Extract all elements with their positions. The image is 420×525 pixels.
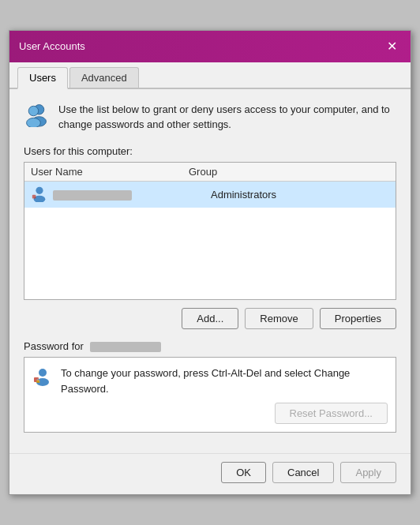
password-username-blur [90, 342, 161, 352]
info-text: Use the list below to grant or deny user… [58, 102, 396, 133]
close-button[interactable]: ✕ [382, 37, 401, 56]
reset-button-row: Reset Password... [61, 403, 388, 424]
row-username [53, 189, 211, 201]
username-blur [53, 190, 132, 201]
user-accounts-window: User Accounts ✕ Users Advanced Use the l… [9, 30, 411, 495]
password-description: To change your password, press Ctrl-Alt-… [61, 366, 388, 396]
column-header-group: Group [189, 166, 217, 178]
svg-point-7 [39, 369, 47, 377]
window-title: User Accounts [19, 40, 85, 52]
remove-button[interactable]: Remove [245, 308, 313, 329]
row-group: Administrators [211, 189, 276, 201]
svg-point-2 [28, 106, 38, 115]
users-section-label: Users for this computer: [24, 145, 396, 157]
users-icon [24, 102, 49, 129]
tab-advanced[interactable]: Advanced [69, 67, 139, 88]
svg-point-3 [27, 118, 41, 127]
svg-rect-6 [32, 195, 36, 199]
reset-password-button[interactable]: Reset Password... [275, 403, 388, 424]
svg-point-4 [36, 187, 43, 194]
password-section: Password for 🔒 To change your password, … [24, 340, 396, 433]
properties-button[interactable]: Properties [320, 308, 396, 329]
ok-button[interactable]: OK [221, 462, 266, 483]
users-table: User Name Group Administrators [24, 162, 396, 300]
add-button[interactable]: Add... [182, 308, 238, 329]
apply-button[interactable]: Apply [340, 462, 396, 483]
table-button-row: Add... Remove Properties [24, 308, 396, 329]
tab-bar: Users Advanced [9, 62, 411, 89]
user-row-icon [31, 185, 48, 204]
password-label: Password for [24, 340, 396, 352]
password-icon: 🔒 [32, 366, 53, 388]
cancel-button[interactable]: Cancel [272, 462, 334, 483]
column-header-username: User Name [31, 166, 189, 178]
content-area: Use the list below to grant or deny user… [9, 89, 411, 445]
bottom-button-row: OK Cancel Apply [9, 453, 411, 494]
table-header: User Name Group [24, 163, 396, 182]
title-bar: User Accounts ✕ [9, 31, 411, 62]
tab-users[interactable]: Users [17, 67, 68, 89]
info-section: Use the list below to grant or deny user… [24, 102, 396, 133]
table-row[interactable]: Administrators [24, 182, 396, 208]
password-box: 🔒 To change your password, press Ctrl-Al… [24, 357, 396, 433]
svg-text:🔒: 🔒 [36, 378, 41, 384]
